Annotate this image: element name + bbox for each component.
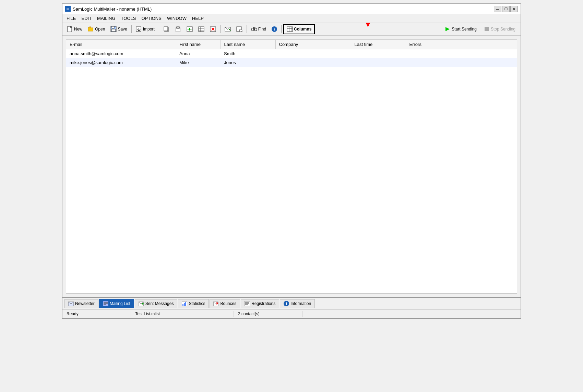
status-filename: Test List.mlist: [131, 311, 234, 317]
mailing-list-icon: [103, 301, 108, 306]
window-title: SamLogic MultiMailer - noname (HTML): [73, 7, 152, 12]
tab-information[interactable]: i Information: [280, 299, 315, 308]
col-lasttime: Last time: [351, 40, 406, 49]
new-icon: [67, 26, 73, 32]
svg-rect-47: [182, 304, 183, 306]
contacts-table: E-mail First name Last name Company Last…: [66, 40, 517, 67]
menu-window[interactable]: WINDOW: [164, 15, 189, 22]
find-label: Find: [258, 27, 266, 32]
newsletter-icon: [68, 301, 74, 306]
columns-button[interactable]: Columns: [283, 24, 315, 34]
columns-icon: [287, 26, 293, 32]
start-sending-button[interactable]: Start Sending: [441, 25, 480, 34]
tab-bounces[interactable]: Bounces: [210, 299, 240, 308]
new-label: New: [74, 27, 82, 32]
tab-statistics[interactable]: Statistics: [178, 299, 209, 308]
status-extra: [302, 313, 521, 315]
main-window: ✉ SamLogic MultiMailer - noname (HTML) —…: [62, 3, 521, 319]
tab-newsletter[interactable]: Newsletter: [64, 299, 98, 308]
copy-icon: [163, 26, 169, 32]
main-content: E-mail First name Last name Company Last…: [62, 36, 521, 297]
svg-rect-32: [254, 27, 255, 29]
svg-point-26: [239, 29, 242, 32]
separator-1: [131, 25, 132, 33]
tab-mailing-list[interactable]: Mailing List: [99, 299, 134, 308]
paste-icon: [175, 26, 181, 32]
separator-2: [159, 25, 159, 33]
save-button[interactable]: Save: [108, 25, 129, 34]
svg-rect-33: [287, 27, 293, 32]
paste-button[interactable]: [172, 25, 183, 34]
info-button[interactable]: i: [269, 25, 279, 33]
columns-label: Columns: [294, 27, 311, 32]
svg-rect-48: [184, 303, 185, 306]
save-label: Save: [118, 27, 127, 32]
information-icon: i: [284, 301, 289, 306]
separator-3: [220, 25, 221, 33]
window-controls: — ❐ ✕: [494, 6, 518, 12]
title-bar-left: ✉ SamLogic MultiMailer - noname (HTML): [65, 6, 152, 12]
save-icon: [110, 26, 117, 32]
tab-information-label: Information: [290, 301, 311, 306]
stop-sending-button[interactable]: Stop Sending: [480, 25, 519, 34]
restore-button[interactable]: ❐: [502, 6, 510, 12]
svg-rect-16: [199, 27, 204, 32]
col-firstname: First name: [176, 40, 221, 49]
add-row-button[interactable]: [184, 25, 195, 34]
edit-row-icon: [198, 26, 204, 32]
stop-sending-label: Stop Sending: [491, 27, 515, 32]
send-test-button[interactable]: [222, 25, 233, 34]
table-row[interactable]: anna.smith@samlogic.comAnnaSmith: [66, 49, 517, 58]
registrations-icon: [245, 301, 250, 306]
open-label: Open: [95, 27, 105, 32]
tab-statistics-label: Statistics: [189, 301, 205, 306]
import-button[interactable]: Import: [133, 25, 157, 34]
separator-4: [247, 25, 247, 33]
menu-file[interactable]: FILE: [64, 15, 79, 22]
preview-button[interactable]: [234, 25, 245, 34]
preview-icon: [236, 26, 242, 32]
menu-help[interactable]: HELP: [189, 15, 206, 22]
edit-row-button[interactable]: [196, 25, 207, 34]
table-container: E-mail First name Last name Company Last…: [66, 39, 517, 294]
menu-options[interactable]: OPTIONS: [139, 15, 164, 22]
svg-marker-37: [445, 27, 450, 31]
tab-newsletter-label: Newsletter: [75, 301, 95, 306]
menu-mailing[interactable]: MAILING: [94, 15, 118, 22]
tab-sent-messages-label: Sent Messages: [145, 301, 174, 306]
tab-mailing-list-label: Mailing List: [110, 301, 130, 306]
import-label: Import: [143, 27, 155, 32]
toolbar: ▼ New Open: [62, 23, 521, 36]
table-header-row: E-mail First name Last name Company Last…: [66, 40, 517, 49]
col-lastname: Last name: [221, 40, 275, 49]
col-company: Company: [275, 40, 351, 49]
svg-line-27: [242, 32, 242, 32]
open-button[interactable]: Open: [85, 25, 107, 34]
menu-edit[interactable]: EDIT: [79, 15, 94, 22]
separator-5: [281, 25, 282, 33]
start-sending-icon: [444, 26, 451, 32]
tab-sent-messages[interactable]: Sent Messages: [135, 299, 178, 308]
svg-rect-2: [88, 28, 93, 31]
stop-sending-icon: [484, 26, 490, 32]
status-ready: Ready: [62, 311, 131, 317]
bounces-icon: [213, 301, 219, 306]
find-button[interactable]: Find: [249, 25, 269, 34]
col-email: E-mail: [66, 40, 176, 49]
status-bar: Ready Test List.mlist 2 contact(s): [62, 309, 521, 318]
new-button[interactable]: New: [64, 25, 85, 34]
title-bar: ✉ SamLogic MultiMailer - noname (HTML) —…: [62, 4, 521, 14]
minimize-button[interactable]: —: [494, 6, 501, 12]
menu-tools[interactable]: TOOLS: [118, 15, 139, 22]
table-row[interactable]: mike.jones@samlogic.comMikeJones: [66, 58, 517, 67]
statistics-icon: [182, 301, 187, 306]
col-errors: Errors: [406, 40, 517, 49]
red-arrow-indicator: ▼: [364, 20, 372, 29]
open-icon: [88, 26, 94, 32]
add-row-icon: [187, 26, 193, 32]
close-button[interactable]: ✕: [510, 6, 518, 12]
svg-rect-9: [164, 27, 168, 31]
copy-button[interactable]: [161, 25, 172, 34]
tab-registrations[interactable]: Registrations: [241, 299, 279, 308]
delete-row-button[interactable]: [207, 25, 218, 34]
